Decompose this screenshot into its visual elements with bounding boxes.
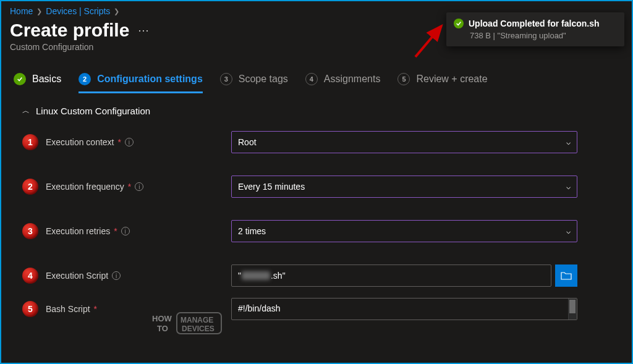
- info-icon[interactable]: i: [121, 227, 130, 235]
- textarea-bash-script[interactable]: #!/bin/dash: [231, 298, 577, 320]
- label-bash-script: Bash Script*: [46, 304, 231, 314]
- input-execution-script[interactable]: ".sh": [231, 265, 551, 287]
- step-assignments[interactable]: 4 Assignments: [305, 73, 381, 93]
- breadcrumb-home[interactable]: Home: [10, 6, 33, 16]
- annotation-marker-4: 4: [22, 268, 38, 284]
- chevron-down-icon: ⌵: [566, 182, 571, 191]
- select-value: Every 15 minutes: [238, 182, 305, 192]
- upload-toast: Upload Completed for falcon.sh 738 B | "…: [446, 12, 624, 46]
- success-check-icon: [454, 19, 464, 28]
- scrollbar-thumb[interactable]: [569, 300, 576, 313]
- textarea-value: #!/bin/dash: [238, 303, 281, 313]
- section-title: Linux Custom Configuration: [36, 106, 150, 116]
- step-review-create[interactable]: 5 Review + create: [397, 73, 487, 93]
- more-actions-button[interactable]: ⋯: [138, 23, 149, 37]
- step-label: Review + create: [416, 74, 487, 85]
- row-execution-script: 4 Execution Script i ".sh": [22, 265, 623, 287]
- chevron-up-icon: ︿: [22, 106, 30, 116]
- info-icon[interactable]: i: [112, 271, 121, 280]
- annotation-marker-3: 3: [22, 223, 38, 239]
- select-value: Root: [238, 137, 257, 147]
- chevron-down-icon: ⌵: [566, 227, 571, 235]
- chevron-right-icon: ❯: [114, 7, 119, 15]
- step-number: 3: [220, 73, 232, 85]
- section-toggle[interactable]: ︿ Linux Custom Configuration: [22, 106, 623, 116]
- annotation-marker-2: 2: [22, 179, 38, 195]
- check-icon: [14, 73, 26, 85]
- form-content: ︿ Linux Custom Configuration 1 Execution…: [1, 93, 632, 320]
- row-bash-script: 5 Bash Script* #!/bin/dash: [22, 298, 623, 320]
- svg-text:TO: TO: [157, 324, 168, 333]
- page-title: Create profile: [10, 20, 129, 41]
- step-label: Assignments: [324, 74, 381, 85]
- label-execution-frequency: Execution frequency* i: [46, 182, 231, 192]
- label-execution-retries: Execution retries* i: [46, 226, 231, 236]
- step-number: 5: [397, 73, 410, 85]
- row-execution-retries: 3 Execution retries* i 2 times ⌵: [22, 220, 623, 242]
- select-value: 2 times: [238, 226, 266, 236]
- chevron-right-icon: ❯: [36, 7, 42, 15]
- wizard-steps: Basics 2 Configuration settings 3 Scope …: [1, 52, 632, 93]
- svg-text:DEVICES: DEVICES: [182, 324, 215, 333]
- toast-title: Upload Completed for falcon.sh: [469, 19, 600, 28]
- annotation-marker-1: 1: [22, 134, 38, 150]
- step-label: Configuration settings: [97, 74, 203, 85]
- label-execution-context: Execution context* i: [46, 137, 231, 147]
- select-execution-context[interactable]: Root ⌵: [231, 131, 577, 153]
- step-basics[interactable]: Basics: [14, 73, 61, 93]
- step-label: Scope tags: [239, 74, 288, 85]
- row-execution-context: 1 Execution context* i Root ⌵: [22, 131, 623, 153]
- breadcrumb-devices-scripts[interactable]: Devices | Scripts: [46, 6, 110, 16]
- annotation-marker-5: 5: [22, 301, 38, 317]
- chevron-down-icon: ⌵: [566, 138, 571, 146]
- select-execution-retries[interactable]: 2 times ⌵: [231, 220, 577, 242]
- step-number: 2: [79, 73, 91, 85]
- folder-icon: [561, 271, 572, 280]
- step-configuration-settings[interactable]: 2 Configuration settings: [79, 73, 203, 93]
- step-label: Basics: [32, 74, 61, 85]
- label-execution-script: Execution Script i: [46, 271, 231, 281]
- redacted-text: [242, 271, 270, 280]
- step-number: 4: [305, 73, 318, 85]
- scrollbar[interactable]: [568, 298, 577, 320]
- info-icon[interactable]: i: [135, 182, 143, 191]
- info-icon[interactable]: i: [125, 138, 134, 146]
- row-execution-frequency: 2 Execution frequency* i Every 15 minute…: [22, 176, 623, 198]
- toast-subtitle: 738 B | "Streaming upload": [470, 31, 617, 40]
- browse-file-button[interactable]: [555, 265, 577, 287]
- select-execution-frequency[interactable]: Every 15 minutes ⌵: [231, 176, 577, 198]
- step-scope-tags[interactable]: 3 Scope tags: [220, 73, 288, 93]
